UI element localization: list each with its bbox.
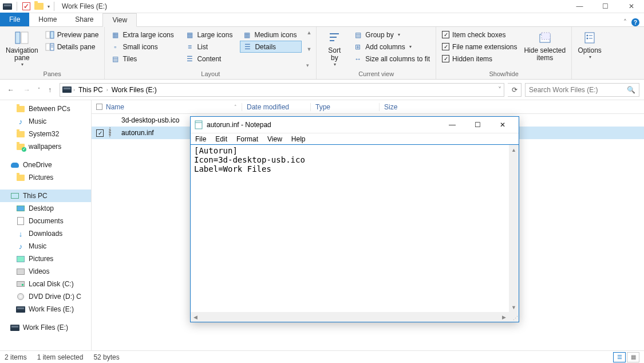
search-box[interactable]: 🔍	[525, 83, 639, 97]
navigation-tree[interactable]: Between PCs ♪Music System32 wallpapers O…	[0, 100, 92, 350]
search-input[interactable]	[529, 86, 627, 94]
notepad-menu-edit[interactable]: Edit	[215, 135, 227, 143]
tree-item-music[interactable]: ♪Music	[0, 115, 91, 128]
chevron-right-icon[interactable]: ›	[106, 87, 108, 93]
notepad-menu-view[interactable]: View	[267, 135, 282, 143]
scroll-up-icon[interactable]: ▲	[509, 145, 519, 155]
breadcrumb-drive[interactable]: Work Files (E:)	[110, 86, 159, 94]
column-type[interactable]: Type	[310, 103, 379, 111]
column-size[interactable]: Size	[379, 103, 436, 111]
notepad-title-bar[interactable]: autorun.inf - Notepad — ☐ ✕	[191, 117, 519, 133]
hide-selected-items-button[interactable]: Hide selected items	[521, 29, 568, 69]
details-view-button[interactable]: ☰	[613, 352, 626, 362]
layout-small-icons[interactable]: ▫Small icons	[108, 41, 183, 53]
ribbon-group-panes: Navigation pane ▾ Preview pane Details p…	[0, 27, 105, 79]
tree-item-desktop[interactable]: Desktop	[0, 202, 91, 215]
notepad-menu-file[interactable]: File	[195, 135, 206, 143]
tab-file[interactable]: File	[0, 13, 29, 26]
address-dropdown[interactable]: ˅	[498, 86, 501, 94]
thumbnails-view-button[interactable]: ▦	[627, 352, 639, 362]
item-check-boxes-toggle[interactable]: ✓Item check boxes	[440, 29, 519, 41]
tree-item-onedrive[interactable]: OneDrive	[0, 159, 91, 171]
videos-icon	[16, 267, 25, 276]
navigation-pane-button[interactable]: Navigation pane ▾	[3, 29, 41, 69]
tree-item-dvd-drive[interactable]: DVD Drive (D:) C	[0, 290, 91, 303]
notepad-resize-grip[interactable]: ⋰	[509, 312, 519, 322]
select-all-checkbox[interactable]	[96, 104, 102, 110]
notepad-menu-format[interactable]: Format	[236, 135, 258, 143]
new-folder-qat-button[interactable]	[34, 1, 44, 11]
scroll-right-icon[interactable]: ▶	[499, 312, 509, 322]
sort-by-button[interactable]: Sort by ▾	[320, 29, 349, 69]
layout-content[interactable]: ☰Content	[183, 53, 240, 65]
chevron-down-icon: ▾	[21, 62, 23, 67]
tree-item-this-pc[interactable]: This PC	[0, 190, 91, 202]
tree-item-work-files-2[interactable]: Work Files (E:)	[0, 321, 91, 334]
group-by-button[interactable]: ▤Group by▾	[351, 29, 432, 41]
layout-details[interactable]: ☰Details	[240, 41, 302, 53]
help-button[interactable]: ?	[631, 18, 639, 26]
layout-large-icons[interactable]: ▦Large icons	[183, 29, 240, 41]
sort-icon	[326, 30, 342, 46]
chevron-right-icon[interactable]: ›	[73, 87, 75, 93]
tree-item-work-files-1[interactable]: Work Files (E:)	[0, 303, 91, 315]
details-pane-button[interactable]: Details pane	[43, 41, 101, 53]
size-columns-button[interactable]: ↔Size all columns to fit	[351, 53, 432, 65]
hidden-items-toggle[interactable]: ✓Hidden items	[440, 53, 519, 65]
address-bar[interactable]: › This PC › Work Files (E:) ˅	[60, 83, 504, 97]
tree-item-music2[interactable]: ♪Music	[0, 240, 91, 252]
history-dropdown[interactable]: ˅	[38, 87, 40, 92]
options-icon	[582, 30, 598, 46]
layout-tiles[interactable]: ▤Tiles	[108, 53, 183, 65]
ribbon-collapse-button[interactable]: ˄	[623, 18, 627, 26]
maximize-button[interactable]: ☐	[592, 0, 618, 13]
breadcrumb-this-pc[interactable]: This PC	[77, 86, 105, 94]
forward-button[interactable]: →	[21, 84, 33, 96]
up-button[interactable]: ↑	[44, 84, 56, 96]
tree-item-downloads[interactable]: ↓Downloads	[0, 227, 91, 240]
options-button[interactable]: Options ▾	[575, 29, 604, 69]
tree-item-system32[interactable]: System32	[0, 128, 91, 140]
tree-item-videos[interactable]: Videos	[0, 265, 91, 278]
tree-item-between-pcs[interactable]: Between PCs	[0, 102, 91, 115]
svg-point-15	[587, 38, 588, 40]
close-button[interactable]: ✕	[618, 0, 644, 13]
file-extensions-toggle[interactable]: ✓File name extensions	[440, 41, 519, 53]
layout-medium-icons[interactable]: ▦Medium icons	[240, 29, 303, 41]
notepad-close-button[interactable]: ✕	[490, 117, 515, 133]
tree-item-wallpapers[interactable]: wallpapers	[0, 140, 91, 153]
notepad-vertical-scrollbar[interactable]: ▲ ▼	[509, 145, 519, 312]
tree-item-documents[interactable]: Documents	[0, 215, 91, 227]
tree-item-pictures[interactable]: Pictures	[0, 171, 91, 184]
notepad-minimize-button[interactable]: —	[440, 117, 465, 133]
notepad-icon	[194, 120, 203, 129]
tree-item-local-disk[interactable]: Local Disk (C:)	[0, 278, 91, 290]
notepad-maximize-button[interactable]: ☐	[465, 117, 490, 133]
tab-share[interactable]: Share	[66, 13, 102, 26]
details-icon: ☰	[243, 42, 252, 52]
properties-qat-button[interactable]: ✓	[21, 1, 31, 11]
column-date[interactable]: Date modified	[242, 103, 310, 111]
group-label-panes: Panes	[3, 69, 101, 78]
scroll-left-icon[interactable]: ◀	[191, 312, 200, 322]
notepad-horizontal-scrollbar[interactable]: ◀ ▶	[191, 312, 509, 322]
notepad-text-area[interactable]: [Autorun] Icon=3d-desktop-usb.ico Label=…	[191, 145, 519, 322]
layout-scroll-down[interactable]: ▼	[306, 46, 311, 52]
layout-scroll-up[interactable]: ▲	[306, 30, 311, 35]
back-button[interactable]: ←	[5, 84, 17, 96]
qat-dropdown[interactable]: ▾	[48, 4, 50, 9]
scroll-down-icon[interactable]: ▼	[509, 302, 519, 312]
minimize-button[interactable]: —	[567, 0, 592, 13]
tab-home[interactable]: Home	[29, 13, 66, 26]
tree-item-pictures2[interactable]: Pictures	[0, 252, 91, 265]
checkbox-checked-icon[interactable]: ✓	[96, 129, 104, 137]
layout-dropdown[interactable]: ▾	[306, 62, 311, 68]
column-name[interactable]: Name ˄	[92, 103, 242, 111]
preview-pane-button[interactable]: Preview pane	[43, 29, 101, 41]
add-columns-button[interactable]: ⊞Add columns▾	[351, 41, 432, 53]
tab-view[interactable]: View	[102, 13, 137, 27]
layout-extra-large-icons[interactable]: ▦Extra large icons	[108, 29, 183, 41]
refresh-button[interactable]: ⟳	[508, 83, 521, 97]
layout-list[interactable]: ≡List	[183, 41, 240, 53]
notepad-menu-help[interactable]: Help	[291, 135, 306, 143]
